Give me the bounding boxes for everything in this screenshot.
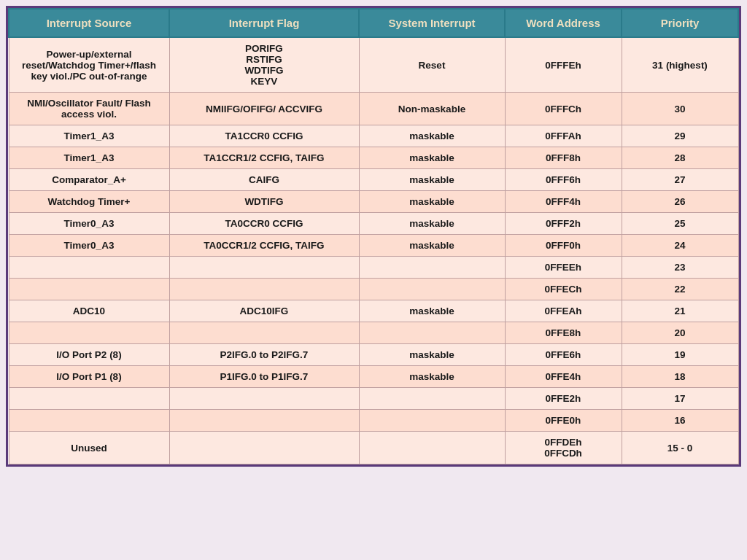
table-header: Interrupt Source Interrupt Flag System I… (9, 9, 738, 37)
cell-source-5: Watchdog Timer+ (9, 191, 169, 213)
table-row: Comparator_A+CAIFGmaskable0FFF6h27 (9, 169, 738, 191)
interrupt-table-wrapper: Interrupt Source Interrupt Flag System I… (6, 6, 741, 467)
cell-flag-0: PORIFGRSTIFGWDTIFGKEYV (169, 37, 359, 93)
cell-system-2: maskable (359, 125, 505, 147)
cell-address-15: 0FFE0h (505, 410, 622, 432)
cell-priority-8: 23 (622, 257, 738, 279)
cell-priority-1: 30 (622, 93, 738, 125)
cell-source-3: Timer1_A3 (9, 147, 169, 169)
cell-system-14 (359, 388, 505, 410)
cell-priority-6: 25 (622, 213, 738, 235)
cell-source-9 (9, 279, 169, 300)
cell-priority-12: 19 (622, 344, 738, 366)
cell-flag-16 (169, 432, 359, 464)
cell-address-9: 0FFECh (505, 279, 622, 300)
table-row: 0FFE2h17 (9, 388, 738, 410)
cell-flag-8 (169, 257, 359, 279)
cell-flag-11 (169, 322, 359, 344)
cell-flag-2: TA1CCR0 CCFIG (169, 125, 359, 147)
cell-source-13: I/O Port P1 (8) (9, 366, 169, 388)
cell-priority-13: 18 (622, 366, 738, 388)
cell-system-12: maskable (359, 344, 505, 366)
cell-flag-5: WDTIFG (169, 191, 359, 213)
cell-priority-15: 16 (622, 410, 738, 432)
cell-source-14 (9, 388, 169, 410)
header-priority: Priority (622, 9, 738, 37)
cell-address-2: 0FFFAh (505, 125, 622, 147)
table-row: 0FFECh22 (9, 279, 738, 300)
cell-address-8: 0FFEEh (505, 257, 622, 279)
cell-priority-4: 27 (622, 169, 738, 191)
cell-system-9 (359, 279, 505, 300)
interrupt-table: Interrupt Source Interrupt Flag System I… (8, 8, 739, 464)
cell-address-14: 0FFE2h (505, 388, 622, 410)
cell-priority-9: 22 (622, 279, 738, 300)
cell-address-11: 0FFE8h (505, 322, 622, 344)
header-system-interrupt: System Interrupt (359, 9, 505, 37)
cell-flag-15 (169, 410, 359, 432)
table-row: NMI/Oscillator Fault/ Flash access viol.… (9, 93, 738, 125)
cell-flag-4: CAIFG (169, 169, 359, 191)
cell-flag-10: ADC10IFG (169, 300, 359, 322)
cell-flag-7: TA0CCR1/2 CCFIG, TAIFG (169, 235, 359, 257)
cell-priority-7: 24 (622, 235, 738, 257)
table-row: I/O Port P1 (8)P1IFG.0 to P1IFG.7maskabl… (9, 366, 738, 388)
cell-source-15 (9, 410, 169, 432)
table-row: ADC10ADC10IFGmaskable0FFEAh21 (9, 300, 738, 322)
cell-system-7: maskable (359, 235, 505, 257)
cell-priority-2: 29 (622, 125, 738, 147)
table-row: Timer1_A3TA1CCR0 CCFIGmaskable0FFFAh29 (9, 125, 738, 147)
cell-system-8 (359, 257, 505, 279)
cell-address-0: 0FFFEh (505, 37, 622, 93)
cell-flag-13: P1IFG.0 to P1IFG.7 (169, 366, 359, 388)
table-row: Timer0_A3TA0CCR0 CCFIGmaskable0FFF2h25 (9, 213, 738, 235)
cell-address-5: 0FFF4h (505, 191, 622, 213)
cell-priority-16: 15 - 0 (622, 432, 738, 464)
cell-source-6: Timer0_A3 (9, 213, 169, 235)
cell-address-7: 0FFF0h (505, 235, 622, 257)
cell-system-4: maskable (359, 169, 505, 191)
cell-address-1: 0FFFCh (505, 93, 622, 125)
cell-source-1: NMI/Oscillator Fault/ Flash access viol. (9, 93, 169, 125)
cell-source-4: Comparator_A+ (9, 169, 169, 191)
cell-address-12: 0FFE6h (505, 344, 622, 366)
cell-source-8 (9, 257, 169, 279)
cell-system-5: maskable (359, 191, 505, 213)
cell-address-16: 0FFDEh0FFCDh (505, 432, 622, 464)
cell-address-13: 0FFE4h (505, 366, 622, 388)
cell-flag-14 (169, 388, 359, 410)
table-row: I/O Port P2 (8)P2IFG.0 to P2IFG.7maskabl… (9, 344, 738, 366)
table-row: 0FFE0h16 (9, 410, 738, 432)
cell-address-6: 0FFF2h (505, 213, 622, 235)
cell-priority-14: 17 (622, 388, 738, 410)
cell-flag-1: NMIIFG/OFIFG/ ACCVIFG (169, 93, 359, 125)
cell-priority-3: 28 (622, 147, 738, 169)
cell-system-15 (359, 410, 505, 432)
cell-source-7: Timer0_A3 (9, 235, 169, 257)
cell-flag-3: TA1CCR1/2 CCFIG, TAIFG (169, 147, 359, 169)
cell-system-11 (359, 322, 505, 344)
cell-source-0: Power-up/external reset/Watchdog Timer+/… (9, 37, 169, 93)
table-row: 0FFE8h20 (9, 322, 738, 344)
table-body: Power-up/external reset/Watchdog Timer+/… (9, 37, 738, 464)
table-row: Power-up/external reset/Watchdog Timer+/… (9, 37, 738, 93)
cell-system-13: maskable (359, 366, 505, 388)
table-row: Unused0FFDEh0FFCDh15 - 0 (9, 432, 738, 464)
cell-address-10: 0FFEAh (505, 300, 622, 322)
header-interrupt-flag: Interrupt Flag (169, 9, 359, 37)
table-row: Timer1_A3TA1CCR1/2 CCFIG, TAIFGmaskable0… (9, 147, 738, 169)
cell-system-3: maskable (359, 147, 505, 169)
cell-priority-5: 26 (622, 191, 738, 213)
cell-priority-0: 31 (highest) (622, 37, 738, 93)
cell-system-10: maskable (359, 300, 505, 322)
cell-system-0: Reset (359, 37, 505, 93)
cell-priority-11: 20 (622, 322, 738, 344)
cell-source-11 (9, 322, 169, 344)
cell-source-12: I/O Port P2 (8) (9, 344, 169, 366)
header-row: Interrupt Source Interrupt Flag System I… (9, 9, 738, 37)
cell-system-1: Non-maskable (359, 93, 505, 125)
cell-flag-9 (169, 279, 359, 300)
cell-flag-12: P2IFG.0 to P2IFG.7 (169, 344, 359, 366)
table-row: Timer0_A3TA0CCR1/2 CCFIG, TAIFGmaskable0… (9, 235, 738, 257)
cell-flag-6: TA0CCR0 CCFIG (169, 213, 359, 235)
